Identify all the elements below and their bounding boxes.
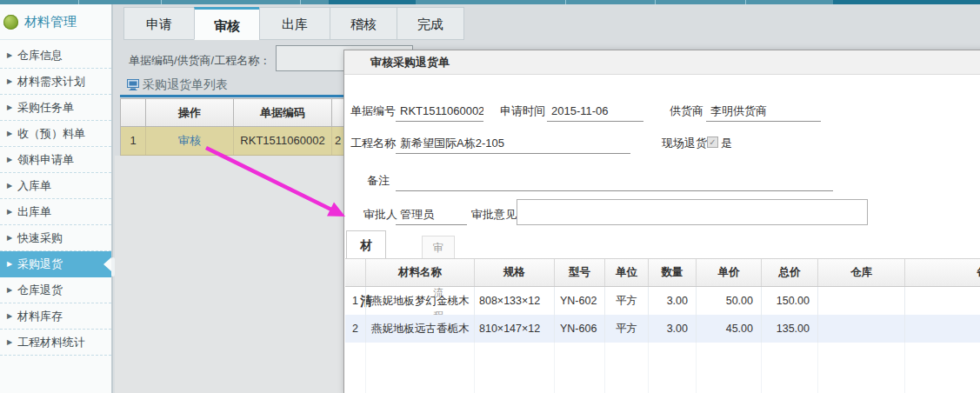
bullet-icon: ▶ [7,277,12,303]
sidebar-item-material-stock[interactable]: ▶材料库存 [0,303,111,330]
col-total-price: 总价 [762,259,818,286]
bullet-icon: ▶ [7,173,12,199]
sidebar-title: 材料管理 [24,14,77,30]
sidebar-header: 材料管理 [0,4,111,40]
tab-check[interactable]: 稽核 [330,7,397,40]
tab-approval-flow[interactable]: 审批流程 [422,236,455,258]
material-table-header: 材料名称 规格 型号 单位 数量 单价 总价 仓库 备注 [345,258,980,287]
audit-action-link[interactable]: 审核 [178,134,201,147]
bullet-icon: ▶ [7,199,12,225]
cell-remark [905,287,980,315]
opinion-input[interactable] [517,199,868,225]
grid-empty-area [115,156,343,393]
supplier-value: 李明供货商 [706,103,821,122]
col-unit: 单位 [605,259,649,286]
col-rownum [121,99,146,126]
sidebar-item-label: 工程材料统计 [17,336,85,349]
approver-value: 管理员 [396,206,467,225]
sidebar-item-label: 采购任务单 [17,101,74,114]
list-panel-title: 采购退货单列表 [143,77,228,93]
panel-accent-line [120,95,343,97]
apply-time-value: 2015-11-06 [547,103,643,122]
sidebar-item-purchase-task[interactable]: ▶采购任务单 [0,95,111,121]
doc-code-cell: RKT1511060002 [234,127,332,155]
sidebar-item-warehouse-return[interactable]: ▶仓库退货 [0,277,111,303]
bullet-icon: ▶ [7,251,12,277]
material-row[interactable]: 2 燕妮地板远古香栀木 810×147×12 YN-606 平方 3.00 45… [345,315,980,343]
sidebar-item-label: 采购退货 [17,257,63,270]
return-list-header: 操作 单据编码 [120,98,344,127]
col-material-name: 材料名称 [366,259,475,286]
cell-spec: 808×133×12 [475,287,555,315]
sidebar-menu: ▶仓库信息 ▶材料需求计划 ▶采购任务单 ▶收（预）料单 ▶领料申请单 ▶入库单… [0,43,111,356]
sidebar-item-label: 领料申请单 [17,153,74,166]
cell-num: 1 [345,287,366,315]
opinion-label: 审批意见 [471,207,517,223]
sidebar: 材料管理 ▶仓库信息 ▶材料需求计划 ▶采购任务单 ▶收（预）料单 ▶领料申请单… [0,4,113,393]
col-doc-code: 单据编码 [234,99,332,126]
tab-apply[interactable]: 申请 [123,7,195,40]
col-qty: 数量 [649,259,697,286]
supplier-label: 供货商 [670,103,703,119]
remark-label: 备注 [367,173,390,189]
col-operation: 操作 [146,99,234,126]
row-number: 1 [121,127,146,155]
col-spec: 规格 [475,259,555,286]
sidebar-item-material-request[interactable]: ▶领料申请单 [0,147,111,173]
sidebar-item-outbound[interactable]: ▶出库单 [0,199,111,225]
cell-warehouse [818,287,905,315]
sidebar-item-purchase-return[interactable]: ▶采购退货 [0,251,111,277]
cell-qty: 3.00 [649,315,697,343]
onsite-return-value: 是 [721,136,732,151]
sidebar-item-label: 材料库存 [17,310,63,323]
apply-time-label: 申请时间 [500,103,545,119]
cell-unit: 平方 [605,287,649,315]
tab-complete[interactable]: 完成 [397,7,464,40]
filter-label: 单据编码/供货商/工程名称： [129,53,270,69]
project-value: 新希望国际A栋2-105 [396,135,630,154]
sidebar-item-receive-material[interactable]: ▶收（预）料单 [0,121,111,147]
sidebar-item-label: 收（预）料单 [17,127,85,140]
onsite-return-label: 现场退货 [662,136,707,151]
sidebar-item-project-material-stats[interactable]: ▶工程材料统计 [0,330,111,356]
sidebar-item-quick-purchase[interactable]: ▶快速采购 [0,225,111,251]
cell-material-name: 燕妮地板远古香栀木 [366,315,475,343]
material-row[interactable]: 1 燕妮地板梦幻金桃木 808×133×12 YN-602 平方 3.00 50… [345,287,980,315]
col-warehouse: 仓库 [818,259,905,286]
bullet-icon: ▶ [7,95,12,121]
app-window: 材料管理 ▶仓库信息 ▶材料需求计划 ▶采购任务单 ▶收（预）料单 ▶领料申请单… [0,0,980,393]
material-table-empty-rows [345,343,980,393]
monitor-icon [127,79,139,93]
sidebar-item-warehouse-info[interactable]: ▶仓库信息 [0,43,111,69]
cell-warehouse [818,315,905,343]
sidebar-item-label: 出库单 [17,205,51,218]
selected-notch [103,257,111,271]
sidebar-item-material-demand-plan[interactable]: ▶材料需求计划 [0,69,111,95]
sidebar-item-inbound[interactable]: ▶入库单 [0,173,111,199]
col-unit-price: 单价 [697,259,762,286]
onsite-return-checkbox[interactable]: ✓ [707,137,718,148]
return-list-row[interactable]: 1 审核 RKT1511060002 2 [120,127,343,156]
col-model: 型号 [555,259,605,286]
tab-audit[interactable]: 审核 [194,7,260,40]
cell-total-price: 150.00 [762,287,818,315]
bullet-icon: ▶ [7,69,12,95]
cell-unit-price: 45.00 [697,315,762,343]
doc-no-value: RKT1511060002 [396,103,483,122]
cell-material-name: 燕妮地板梦幻金桃木 [366,287,475,315]
dialog-title: 审核采购退货单 [344,50,980,75]
project-label: 工程名称 [350,136,396,151]
tab-outbound[interactable]: 出库 [259,7,330,40]
cell-model: YN-606 [555,315,605,343]
sidebar-item-label: 仓库信息 [17,49,63,62]
clipped-cell: 2 [332,127,343,155]
cell-spec: 810×147×12 [475,315,555,343]
bullet-icon: ▶ [7,303,12,330]
cell-unit: 平方 [605,315,649,343]
tab-material-list[interactable]: 材料清单 [346,230,386,258]
col-remark: 备注 [905,259,980,286]
remark-value[interactable] [396,172,833,191]
cell-remark [905,315,980,343]
bullet-icon: ▶ [7,330,12,356]
approver-label: 审批人 [363,207,397,223]
